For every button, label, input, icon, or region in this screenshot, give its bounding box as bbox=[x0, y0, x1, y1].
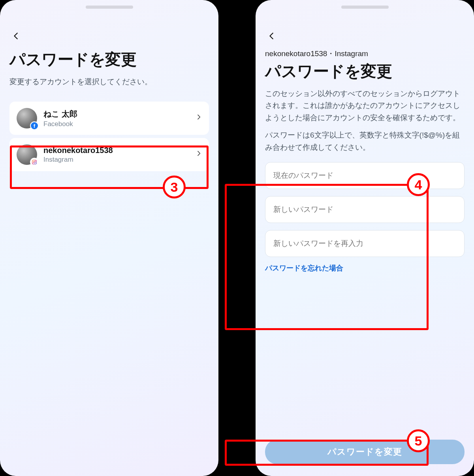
chevron-right-icon bbox=[196, 149, 202, 161]
account-context: nekonekotaro1538・Instagram bbox=[265, 49, 465, 59]
page-title: パスワードを変更 bbox=[9, 49, 209, 70]
svg-point-2 bbox=[36, 161, 36, 161]
account-item-instagram[interactable]: nekonekotaro1538 Instagram bbox=[9, 138, 209, 171]
account-item-facebook[interactable]: f ねこ 太郎 Facebook bbox=[9, 102, 209, 135]
account-name: ねこ 太郎 bbox=[43, 109, 189, 119]
account-service: Instagram bbox=[43, 156, 189, 164]
page-title: パスワードを変更 bbox=[265, 60, 465, 82]
facebook-icon: f bbox=[30, 121, 39, 130]
password-rules-text: パスワードは6文字以上で、英数字と特殊文字(!$@%)を組み合わせて作成してくだ… bbox=[265, 129, 465, 153]
account-list: f ねこ 太郎 Facebook nekonekot bbox=[9, 102, 209, 171]
confirm-password-field[interactable] bbox=[265, 230, 465, 257]
back-button[interactable] bbox=[267, 27, 465, 44]
annotation-marker-4: 4 bbox=[407, 173, 430, 196]
change-password-button[interactable]: パスワードを変更 bbox=[265, 440, 465, 464]
svg-point-1 bbox=[34, 161, 36, 163]
account-name: nekonekotaro1538 bbox=[43, 146, 189, 155]
current-password-field[interactable] bbox=[265, 162, 465, 189]
logout-warning-text: このセッション以外のすべてのセッションからログアウトされます。これは誰かがあなた… bbox=[265, 88, 465, 124]
instagram-icon bbox=[30, 158, 39, 166]
account-service: Facebook bbox=[43, 120, 189, 128]
screen-select-account: パスワードを変更 変更するアカウントを選択してください。 f ねこ 太郎 Fac… bbox=[0, 0, 218, 476]
back-button[interactable] bbox=[12, 27, 209, 44]
screen-change-password: nekonekotaro1538・Instagram パスワードを変更 このセッ… bbox=[256, 0, 474, 476]
annotation-marker-3: 3 bbox=[163, 176, 186, 198]
new-password-field[interactable] bbox=[265, 196, 465, 223]
annotation-marker-5: 5 bbox=[407, 429, 430, 452]
page-subtitle: 変更するアカウントを選択してください。 bbox=[9, 76, 209, 87]
avatar: f bbox=[17, 108, 37, 128]
chevron-right-icon bbox=[196, 112, 202, 125]
forgot-password-link[interactable]: パスワードを忘れた場合 bbox=[265, 263, 465, 273]
avatar bbox=[17, 144, 37, 165]
